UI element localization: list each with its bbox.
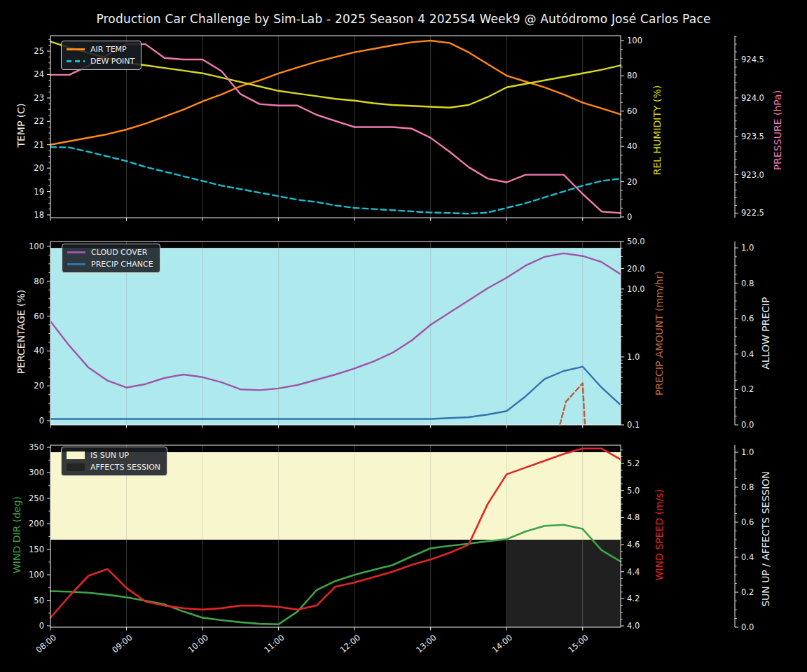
legend-swatch bbox=[67, 463, 85, 471]
tick-label: 5.2 bbox=[627, 458, 640, 468]
x-tick-label: 15:00 bbox=[566, 633, 590, 655]
tick-label: 50.0 bbox=[627, 237, 645, 246]
tick-label: 4.4 bbox=[627, 567, 640, 577]
series-dew-point bbox=[50, 147, 621, 214]
tick-label: 0.2 bbox=[741, 587, 754, 597]
legend-label: DEW POINT bbox=[90, 57, 134, 66]
tick-label: 100 bbox=[627, 36, 642, 46]
legend-swatch bbox=[67, 263, 85, 265]
tick-label: 100 bbox=[29, 241, 44, 251]
x-tick-label: 08:00 bbox=[34, 633, 58, 655]
tick-label: 4.0 bbox=[627, 621, 640, 631]
tick-label: 22 bbox=[34, 116, 44, 126]
tick-label: 922.5 bbox=[741, 208, 764, 218]
x-tick-label: 11:00 bbox=[262, 633, 286, 655]
tick-label: 0.0 bbox=[741, 420, 754, 430]
tick-label: 60 bbox=[627, 106, 637, 116]
tick-label: 350 bbox=[29, 442, 44, 452]
tick-label: 0 bbox=[39, 416, 44, 426]
tick-label: 1.0 bbox=[627, 352, 640, 362]
fill-allow-precip bbox=[50, 248, 621, 425]
tick-label: 200 bbox=[29, 519, 44, 528]
tick-label: 5.0 bbox=[627, 486, 640, 496]
tick-label: 4.6 bbox=[627, 540, 640, 550]
legend-swatch bbox=[67, 451, 85, 459]
tick-label: 0.1 bbox=[627, 420, 640, 430]
x-tick-label: 13:00 bbox=[414, 633, 438, 655]
legend-item: PRECIP CHANCE bbox=[67, 259, 153, 270]
tick-label: 20.0 bbox=[627, 264, 645, 274]
tick-label: 24 bbox=[34, 69, 44, 79]
x-tick-label: 12:00 bbox=[338, 633, 362, 655]
legend-label: AIR TEMP bbox=[90, 45, 127, 54]
legend-item: CLOUD COVER bbox=[67, 247, 153, 258]
legend-cloud-panel: CLOUD COVERPRECIP CHANCE bbox=[62, 244, 160, 273]
legend-item: AIR TEMP bbox=[67, 44, 134, 55]
tick-label: 0.4 bbox=[741, 349, 754, 359]
legend-item: AFFECTS SESSION bbox=[67, 462, 160, 472]
legend-label: IS SUN UP bbox=[90, 451, 129, 460]
legend-label: AFFECTS SESSION bbox=[90, 463, 160, 472]
legend-label: PRECIP CHANCE bbox=[91, 260, 153, 269]
tick-label: 25 bbox=[34, 46, 44, 56]
tick-label: 0.4 bbox=[741, 552, 754, 562]
weather-forecast-figure: Production Car Challenge by Sim-Lab - 20… bbox=[0, 0, 807, 672]
tick-label: 0.2 bbox=[741, 384, 754, 394]
tick-label: 40 bbox=[627, 141, 637, 151]
tick-label: 0.6 bbox=[741, 517, 754, 527]
tick-label: 4.2 bbox=[627, 594, 640, 603]
tick-label: 923.0 bbox=[741, 170, 764, 180]
tick-label: 23 bbox=[34, 93, 44, 103]
tick-label: 0 bbox=[39, 621, 44, 631]
chart-canvas: 1819202122232425020406080100922.5923.092… bbox=[0, 0, 807, 672]
tick-label: 150 bbox=[29, 545, 44, 554]
tick-label: 100 bbox=[29, 570, 44, 580]
legend-item: IS SUN UP bbox=[67, 450, 160, 461]
tick-label: 924.0 bbox=[741, 93, 764, 103]
tick-label: 80 bbox=[627, 71, 637, 80]
tick-label: 20 bbox=[627, 177, 637, 187]
tick-label: 250 bbox=[29, 493, 44, 503]
x-tick-label: 14:00 bbox=[490, 633, 514, 655]
tick-label: 10.0 bbox=[627, 284, 645, 294]
x-tick-label: 10:00 bbox=[186, 633, 210, 655]
tick-label: 1.0 bbox=[741, 447, 754, 457]
tick-label: 20 bbox=[34, 163, 44, 173]
legend-swatch bbox=[67, 60, 85, 62]
x-tick-label: 09:00 bbox=[110, 633, 134, 655]
tick-label: 1.0 bbox=[741, 243, 754, 253]
tick-label: 60 bbox=[34, 312, 44, 321]
tick-label: 80 bbox=[34, 276, 44, 286]
tick-label: 300 bbox=[29, 468, 44, 477]
tick-label: 0.0 bbox=[741, 622, 754, 632]
tick-label: 0.8 bbox=[741, 482, 754, 492]
tick-label: 4.8 bbox=[627, 512, 640, 522]
tick-label: 40 bbox=[34, 346, 44, 356]
fill-affects-session bbox=[506, 540, 621, 627]
legend-item: DEW POINT bbox=[67, 56, 134, 66]
legend-label: CLOUD COVER bbox=[91, 248, 147, 257]
tick-label: 18 bbox=[34, 210, 44, 220]
tick-label: 923.5 bbox=[741, 132, 764, 141]
tick-label: 0.8 bbox=[741, 279, 754, 288]
tick-label: 50 bbox=[34, 596, 44, 606]
tick-label: 19 bbox=[34, 187, 44, 197]
tick-label: 0.6 bbox=[741, 314, 754, 323]
tick-label: 20 bbox=[34, 381, 44, 391]
tick-label: 0 bbox=[627, 212, 632, 222]
legend-swatch bbox=[67, 48, 85, 50]
legend-wind-panel: IS SUN UPAFFECTS SESSION bbox=[61, 447, 167, 476]
legend-swatch bbox=[67, 251, 85, 253]
tick-label: 21 bbox=[34, 140, 44, 150]
tick-label: 924.5 bbox=[741, 55, 764, 64]
legend-temperature-panel: AIR TEMPDEW POINT bbox=[61, 41, 142, 70]
